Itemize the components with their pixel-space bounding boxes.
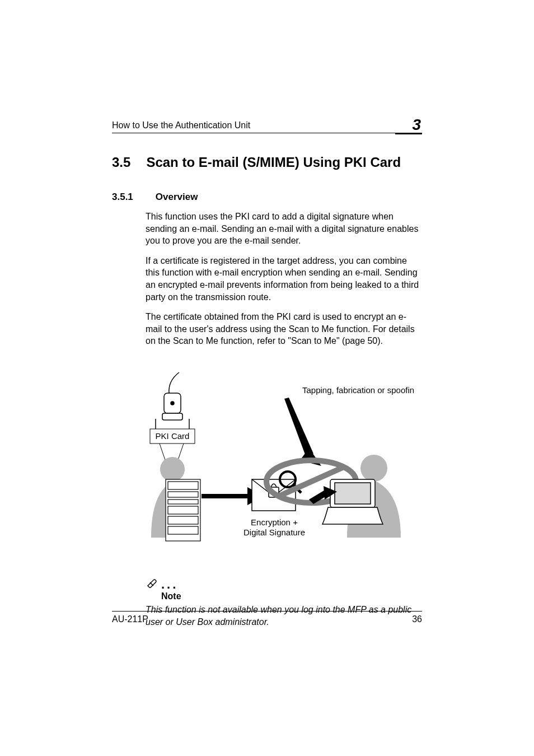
chapter-number-box: 3 bbox=[412, 115, 422, 130]
footer-page-number: 36 bbox=[412, 614, 422, 624]
header-title: How to Use the Authentication Unit bbox=[112, 120, 250, 130]
threat-label: Tapping, fabrication or spoofing bbox=[302, 385, 414, 395]
header-rule bbox=[112, 133, 422, 134]
paragraph-2: If a certificate is registered in the ta… bbox=[146, 255, 422, 303]
svg-rect-12 bbox=[168, 492, 198, 497]
subsection-title: Overview bbox=[156, 192, 198, 203]
paragraph-3: The certificate obtained from the PKI ca… bbox=[146, 311, 422, 347]
section-heading: 3.5 Scan to E-mail (S/MIME) Using PKI Ca… bbox=[112, 155, 422, 170]
svg-text:PKI Card: PKI Card bbox=[156, 431, 190, 441]
pencil-icon bbox=[146, 576, 158, 588]
svg-point-9 bbox=[160, 457, 185, 482]
page-footer: AU-211P 36 bbox=[112, 611, 422, 624]
section-number: 3.5 bbox=[112, 155, 130, 170]
svg-line-34 bbox=[150, 582, 153, 586]
subsection-heading: 3.5.1 Overview bbox=[112, 192, 422, 203]
svg-rect-16 bbox=[168, 526, 198, 534]
svg-rect-31 bbox=[335, 483, 371, 504]
svg-point-29 bbox=[360, 455, 387, 482]
mfp-printer-icon bbox=[166, 479, 200, 541]
svg-text:Digital Signature: Digital Signature bbox=[243, 528, 305, 537]
threat-arrow-icon bbox=[284, 398, 321, 466]
section-title: Scan to E-mail (S/MIME) Using PKI Card bbox=[146, 155, 401, 170]
overview-diagram: PKI Card bbox=[146, 370, 422, 562]
svg-rect-14 bbox=[168, 506, 198, 514]
footer-model: AU-211P bbox=[112, 614, 148, 624]
chapter-number: 3 bbox=[412, 117, 422, 133]
svg-rect-2 bbox=[162, 413, 182, 420]
paragraph-1: This function uses the PKI card to add a… bbox=[146, 211, 422, 247]
svg-rect-13 bbox=[168, 500, 198, 504]
note-dots-icon: ... bbox=[161, 581, 178, 588]
running-header: How to Use the Authentication Unit 3 bbox=[112, 115, 422, 133]
laptop-icon bbox=[322, 479, 383, 524]
svg-point-1 bbox=[171, 402, 174, 405]
subsection-number: 3.5.1 bbox=[112, 192, 133, 203]
svg-rect-11 bbox=[168, 482, 198, 489]
svg-text:Encryption +: Encryption + bbox=[251, 517, 298, 527]
note-label: Note bbox=[161, 591, 422, 601]
encryption-label: Encryption + Digital Signature bbox=[243, 517, 305, 537]
svg-marker-25 bbox=[284, 398, 313, 456]
svg-rect-15 bbox=[168, 516, 198, 524]
svg-rect-17 bbox=[202, 494, 247, 498]
